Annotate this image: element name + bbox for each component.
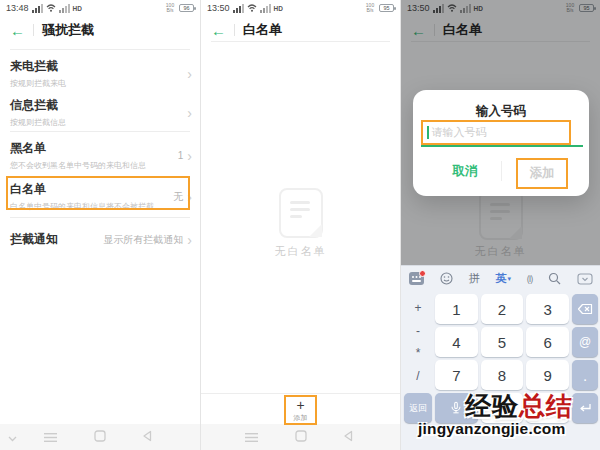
signal-icon <box>233 4 244 13</box>
add-number-button[interactable]: + 添加 <box>284 395 317 425</box>
language-toggle-button[interactable]: 英 ▾ <box>495 271 511 286</box>
wifi-icon <box>46 4 56 12</box>
menu-nav-icon[interactable] <box>44 428 57 446</box>
input-placeholder: 请输入号码 <box>432 125 487 140</box>
list-item-whitelist[interactable]: 白名单 白名单中号码的来电和信息将不会被拦截 无 › <box>10 181 192 212</box>
key-9[interactable]: 9 <box>526 360 569 390</box>
key-backspace[interactable] <box>572 294 598 324</box>
net-speed-indicator: 100 B/s <box>364 3 376 14</box>
home-nav-icon[interactable] <box>94 428 106 446</box>
empty-state-text: 无白名单 <box>201 244 400 259</box>
search-icon[interactable] <box>548 272 561 285</box>
notification-badge <box>419 270 426 277</box>
empty-state <box>201 188 400 238</box>
status-bar: 13:48 HD 100 B/s 96 <box>0 0 200 16</box>
key-8[interactable]: 8 <box>481 360 524 390</box>
input-number-dialog: 输入号码 请输入号码 取消 添加 <box>413 90 589 196</box>
divider <box>201 393 400 394</box>
signal2-icon <box>260 4 271 13</box>
sogou-logo-icon[interactable] <box>409 272 424 285</box>
list-item-block-notification[interactable]: 拦截通知 显示所有拦截通知 › <box>10 231 192 248</box>
key-enter[interactable] <box>572 393 598 423</box>
confirm-add-button[interactable]: 添加 <box>530 165 555 182</box>
symbol-column[interactable]: + - * / <box>404 294 432 390</box>
chevron-right-icon: › <box>187 149 192 163</box>
page-title: 白名单 <box>243 21 282 39</box>
watermark-title: 经验总结 <box>465 389 573 424</box>
chevron-right-icon: › <box>187 106 192 120</box>
header-divider <box>234 24 235 36</box>
key-1[interactable]: 1 <box>435 294 478 324</box>
key-dot[interactable]: . <box>572 360 598 390</box>
net-speed-indicator: 100 B/s <box>164 3 176 14</box>
chevron-right-icon: › <box>187 67 192 81</box>
input-underline <box>421 145 583 147</box>
battery-icon: 96 <box>179 4 194 12</box>
back-arrow-icon[interactable]: ← <box>10 23 25 38</box>
cancel-button[interactable]: 取消 <box>441 163 489 180</box>
emoji-icon[interactable] <box>440 272 453 285</box>
status-time: 13:50 <box>207 3 230 13</box>
page-title: 骚扰拦截 <box>42 21 94 39</box>
phone-number-input[interactable]: 请输入号码 <box>421 120 571 145</box>
key-7[interactable]: 7 <box>435 360 478 390</box>
keyboard-collapse-icon[interactable] <box>577 273 593 285</box>
back-arrow-icon[interactable]: ← <box>211 23 226 38</box>
hd-volte-label: HD <box>73 5 82 12</box>
home-nav-icon[interactable] <box>295 428 307 446</box>
hd-volte-label: HD <box>274 5 283 12</box>
symbol-plus[interactable]: + <box>414 301 421 315</box>
key-4[interactable]: 4 <box>435 327 478 357</box>
back-nav-icon[interactable] <box>343 428 353 446</box>
header-divider <box>33 24 34 36</box>
item-title: 来电拦截 <box>10 58 183 75</box>
highlight-box-confirm: 添加 <box>516 158 568 189</box>
back-nav-icon[interactable] <box>142 428 152 446</box>
plus-icon: + <box>296 398 304 412</box>
list-item-sms-block[interactable]: 信息拦截 按规则拦截信息 › <box>10 97 192 128</box>
key-at[interactable]: @ <box>572 327 598 357</box>
wifi-icon <box>247 4 257 12</box>
list-item-blacklist[interactable]: 黑名单 您不会收到黑名单中号码的来电和信息 1 › <box>10 140 192 171</box>
symbol-asterisk[interactable]: * <box>416 346 421 360</box>
watermark-black-text: 经验 <box>465 391 519 421</box>
button-divider <box>501 161 502 181</box>
key-6[interactable]: 6 <box>526 327 569 357</box>
item-title: 拦截通知 <box>10 231 99 248</box>
key-5[interactable]: 5 <box>481 327 524 357</box>
add-button-label: 添加 <box>294 413 308 423</box>
chevron-right-icon: › <box>187 190 192 204</box>
item-title: 信息拦截 <box>10 97 183 114</box>
android-nav-bar <box>201 424 400 450</box>
item-title: 黑名单 <box>10 140 174 157</box>
key-2[interactable]: 2 <box>481 294 524 324</box>
item-value: 无 <box>173 190 183 204</box>
item-subtitle: 按规则拦截来电 <box>10 78 183 89</box>
pinyin-mode-button[interactable]: 拼 <box>469 271 480 286</box>
screen-whitelist-add-dialog: 13:50 HD 100 B/s 95 ← 白名单 无白名单 输入号码 请输入号… <box>400 0 600 450</box>
watermark-domain: jingyanzongjie.com <box>418 420 565 438</box>
list-item-call-block[interactable]: 来电拦截 按规则拦截来电 › <box>10 58 192 89</box>
item-value: 显示所有拦截通知 <box>103 233 183 247</box>
text-caret <box>427 126 429 139</box>
language-label: 英 <box>495 271 506 286</box>
watermark-red-text: 总结 <box>519 391 573 421</box>
signal-icon <box>32 4 43 13</box>
dropdown-arrow-icon: ▾ <box>507 275 511 283</box>
item-subtitle: 您不会收到黑名单中号码的来电和信息 <box>10 160 174 171</box>
symbol-slash[interactable]: / <box>416 369 419 383</box>
keyboard-hide-icon[interactable] <box>8 428 17 446</box>
dialog-title: 输入号码 <box>413 103 589 120</box>
status-bar: 13:50 HD 100 B/s 95 <box>201 0 400 16</box>
key-3[interactable]: 3 <box>526 294 569 324</box>
screen-whitelist-empty: 13:50 HD 100 B/s 95 ← 白名单 无白名单 + 添加 <box>200 0 400 450</box>
key-return[interactable]: 返回 <box>404 393 432 423</box>
menu-nav-icon[interactable] <box>245 428 258 446</box>
divider <box>211 41 390 42</box>
cursor-select-icon[interactable]: (I) <box>527 274 533 284</box>
symbol-minus[interactable]: - <box>416 324 420 338</box>
battery-icon: 95 <box>379 4 394 12</box>
item-subtitle: 按规则拦截信息 <box>10 117 183 128</box>
page-header: ← 骚扰拦截 <box>0 18 200 42</box>
item-subtitle: 白名单中号码的来电和信息将不会被拦截 <box>10 201 169 212</box>
